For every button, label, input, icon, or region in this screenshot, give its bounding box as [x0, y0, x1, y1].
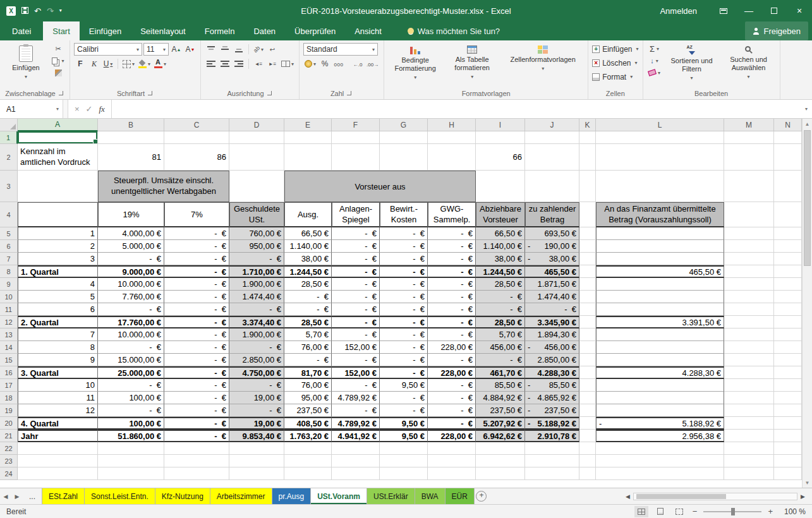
cell-N18[interactable]: [774, 392, 802, 404]
cell-L7[interactable]: [596, 253, 724, 265]
italic-button[interactable]: K: [88, 57, 100, 70]
row-header-9[interactable]: 9: [0, 278, 18, 291]
cell-L15[interactable]: [596, 354, 724, 366]
cell-C20[interactable]: - €: [164, 417, 229, 430]
tab-daten[interactable]: Daten: [244, 21, 285, 40]
row-header-5[interactable]: 5: [0, 227, 18, 240]
cell-A23[interactable]: [18, 455, 98, 467]
cell-B4[interactable]: 19%: [98, 202, 164, 227]
format-painter-button[interactable]: [51, 67, 66, 78]
cell-K16[interactable]: [579, 366, 596, 379]
cell-F8[interactable]: - €: [332, 265, 380, 278]
row-header-23[interactable]: 23: [0, 455, 18, 467]
cell-N9[interactable]: [774, 278, 802, 291]
cell-E11[interactable]: - €: [284, 303, 332, 316]
align-right-button[interactable]: [233, 57, 245, 70]
cell-F10[interactable]: - €: [332, 291, 380, 303]
cell-K13[interactable]: [579, 328, 596, 341]
middle-align-button[interactable]: [219, 43, 231, 56]
cell-M2[interactable]: [724, 144, 774, 171]
cell-K2[interactable]: [579, 144, 596, 171]
cell-B1[interactable]: [98, 131, 164, 144]
cell-D17[interactable]: - €: [229, 379, 284, 392]
cell-F1[interactable]: [332, 131, 380, 144]
cell-H12[interactable]: - €: [428, 316, 476, 328]
font-color-button[interactable]: [153, 57, 167, 70]
cell-N7[interactable]: [774, 253, 802, 265]
cell-J12[interactable]: 3.345,90 €: [525, 316, 579, 328]
cut-button[interactable]: ✂: [51, 43, 66, 54]
cell-E2[interactable]: [284, 144, 332, 171]
top-align-button[interactable]: [205, 43, 217, 56]
cell-B9[interactable]: 10.000,00 €: [98, 278, 164, 291]
fill-color-button[interactable]: [137, 57, 152, 70]
cell-C14[interactable]: - €: [164, 341, 229, 354]
cell-J20[interactable]: -5.188,92 €: [525, 417, 579, 430]
cell-C10[interactable]: - €: [164, 291, 229, 303]
cell-A21[interactable]: Jahr: [18, 430, 98, 442]
cell-J10[interactable]: 1.474,40 €: [525, 291, 579, 303]
cell-E16[interactable]: 81,70 €: [284, 366, 332, 379]
decrease-font-size-button[interactable]: A▼: [184, 43, 197, 56]
cell-M21[interactable]: [724, 430, 774, 442]
cell-C17[interactable]: - €: [164, 379, 229, 392]
cell-A24[interactable]: [18, 467, 98, 480]
cell-L1[interactable]: [596, 131, 724, 144]
cell-E19[interactable]: 237,50 €: [284, 404, 332, 417]
cell-J16[interactable]: 4.288,30 €: [525, 366, 579, 379]
cell-C16[interactable]: - €: [164, 366, 229, 379]
cell-I17[interactable]: 85,50 €: [476, 379, 525, 392]
cell-E22[interactable]: [284, 442, 332, 455]
row-header-12[interactable]: 12: [0, 316, 18, 328]
cell-E7[interactable]: 38,00 €: [284, 253, 332, 265]
col-header-L[interactable]: L: [596, 119, 724, 131]
cell-J22[interactable]: [525, 442, 579, 455]
name-box-dropdown-icon[interactable]: ▾: [56, 106, 59, 112]
row-header-2[interactable]: 2: [0, 144, 18, 171]
merge-center-button[interactable]: [280, 57, 295, 70]
cell-M15[interactable]: [724, 354, 774, 366]
cell-E14[interactable]: 76,00 €: [284, 341, 332, 354]
col-header-E[interactable]: E: [284, 119, 332, 131]
accounting-format-button[interactable]: [303, 57, 317, 70]
zoom-out-button[interactable]: −: [691, 507, 699, 516]
col-header-M[interactable]: M: [724, 119, 774, 131]
cell-G24[interactable]: [380, 467, 428, 480]
cell-M5[interactable]: [724, 227, 774, 240]
cell-N10[interactable]: [774, 291, 802, 303]
cell-G12[interactable]: - €: [380, 316, 428, 328]
cell-F11[interactable]: - €: [332, 303, 380, 316]
cell-A5[interactable]: 1: [18, 227, 98, 240]
cell-K24[interactable]: [579, 467, 596, 480]
save-button[interactable]: [21, 7, 28, 15]
cell-N16[interactable]: [774, 366, 802, 379]
cell-N11[interactable]: [774, 303, 802, 316]
cell-E21[interactable]: 1.763,20 €: [284, 430, 332, 442]
cell-J24[interactable]: [525, 467, 579, 480]
cell-K9[interactable]: [579, 278, 596, 291]
cell-F17[interactable]: - €: [332, 379, 380, 392]
page-break-view-button[interactable]: [672, 506, 686, 517]
cell-G22[interactable]: [380, 442, 428, 455]
cell-E18[interactable]: 95,00 €: [284, 392, 332, 404]
cell-I2[interactable]: 66: [476, 144, 525, 171]
cell-C22[interactable]: [164, 442, 229, 455]
cell-M23[interactable]: [724, 455, 774, 467]
sheet-tab-sonst.leist.entn.[interactable]: Sonst.Leist.Entn.: [85, 488, 155, 504]
col-header-A[interactable]: A: [18, 119, 98, 131]
cell-H2[interactable]: [428, 144, 476, 171]
enter-entry-icon[interactable]: ✓: [86, 104, 93, 114]
window-minimize-button[interactable]: —: [736, 0, 761, 21]
cell-K17[interactable]: [579, 379, 596, 392]
tab-datei[interactable]: Datei: [0, 21, 43, 40]
col-header-I[interactable]: I: [476, 119, 525, 131]
decrease-indent-button[interactable]: ◄≡: [252, 57, 265, 70]
cell-F7[interactable]: - €: [332, 253, 380, 265]
cell-A4[interactable]: [18, 202, 98, 227]
cell-F2[interactable]: [332, 144, 380, 171]
formula-bar-expand-icon[interactable]: ▾: [801, 100, 812, 118]
cell-G17[interactable]: 9,50 €: [380, 379, 428, 392]
font-size-select[interactable]: 11: [143, 43, 169, 56]
decrease-decimal-button[interactable]: [365, 57, 380, 70]
cell-C19[interactable]: - €: [164, 404, 229, 417]
